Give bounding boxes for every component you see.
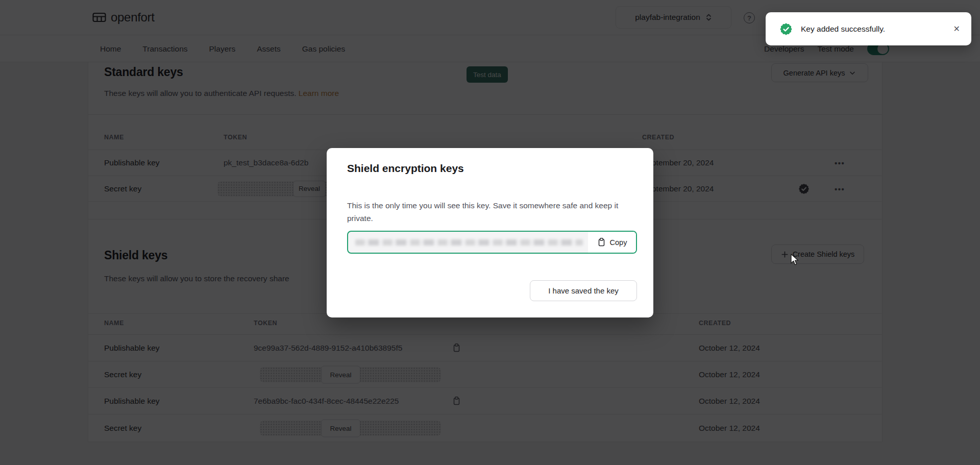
confirm-saved-key-button[interactable]: I have saved the key — [530, 280, 637, 301]
toast-close-icon[interactable]: ✕ — [953, 24, 960, 34]
masked-key-value — [348, 232, 588, 253]
success-toast: Key added successfully. ✕ — [766, 12, 971, 45]
copy-key-button[interactable]: Copy — [588, 232, 636, 253]
modal-title: Shield encryption keys — [347, 162, 464, 175]
modal-body-text: This is the only time you will see this … — [347, 199, 625, 225]
success-check-icon — [779, 22, 793, 36]
toast-message: Key added successfully. — [801, 25, 946, 34]
shield-encryption-keys-modal: Shield encryption keys This is the only … — [327, 148, 653, 317]
clipboard-icon — [597, 237, 606, 247]
encryption-key-field[interactable]: Copy — [347, 231, 637, 254]
openfort-dashboard: openfort playfab-integration ? Home Tran… — [0, 0, 980, 465]
